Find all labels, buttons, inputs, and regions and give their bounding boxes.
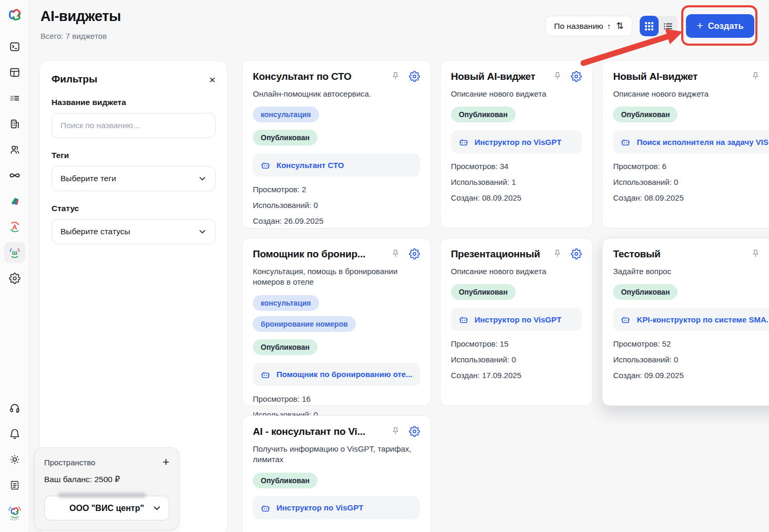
card-stats: Просмотров: 52Использований: 0Создан: 09…	[613, 339, 769, 380]
page-title: AI-виджеты	[40, 8, 121, 25]
status-badge: Опубликован	[253, 130, 317, 145]
grid-view-button[interactable]	[640, 16, 659, 36]
sidebar-item-users[interactable]	[4, 139, 25, 160]
card-stat: Использований: 0	[253, 201, 420, 210]
assistant-link[interactable]: Помощник по бронированию оте...	[253, 363, 420, 386]
card-title: Помощник по бронир...	[253, 248, 382, 260]
sidebar-item-settings[interactable]	[4, 268, 25, 289]
tags-select[interactable]: Выберите теги	[52, 166, 216, 191]
balance-text: Ваш баланс: 2500 ₽	[44, 475, 169, 484]
pin-icon	[552, 248, 562, 258]
card-settings-button[interactable]	[571, 248, 582, 259]
blurred-account-email	[58, 493, 146, 498]
assistant-link[interactable]: Инструктор по VisGPT	[253, 496, 420, 519]
pin-button[interactable]	[751, 248, 761, 258]
sidebar-item-support[interactable]	[4, 398, 25, 419]
assistant-link[interactable]: KPI-конструктор по системе SMA...	[613, 308, 769, 331]
sidebar-item-knowledge[interactable]	[4, 191, 25, 212]
status-select-value: Выберите статусы	[60, 227, 130, 236]
card-settings-button[interactable]	[409, 71, 420, 82]
widget-card[interactable]: Презентационный Описание нового виджета …	[440, 238, 593, 406]
sidebar-item-notifications[interactable]	[4, 423, 25, 444]
pin-button[interactable]	[391, 426, 401, 436]
card-description: Описание нового виджета	[451, 89, 582, 99]
card-stats: Просмотров: 15Использований: 0Создан: 17…	[451, 339, 582, 380]
card-stat: Использований: 0	[613, 355, 769, 364]
pin-button[interactable]	[391, 248, 401, 258]
sort-button[interactable]: По названию ↑ ⇅	[545, 16, 632, 36]
assistant-link[interactable]: Консультант СТО	[253, 153, 420, 176]
sidebar-item-integrations[interactable]	[4, 165, 25, 186]
sidebar-item-company[interactable]	[4, 113, 25, 134]
pin-button[interactable]	[552, 71, 562, 81]
card-stat: Просмотров: 34	[451, 162, 582, 171]
sidebar-item-docs[interactable]	[4, 475, 25, 496]
status-badge: Опубликован	[253, 339, 317, 355]
add-space-button[interactable]: +	[162, 456, 169, 468]
pin-button[interactable]	[751, 71, 761, 81]
list-view-button[interactable]	[659, 16, 678, 36]
assistant-link-label: Инструктор по VisGPT	[475, 138, 561, 147]
assistant-link-label: Инструктор по VisGPT	[276, 503, 363, 512]
card-stat: Просмотров: 6	[613, 162, 769, 171]
filters-close-icon[interactable]: ×	[209, 74, 216, 85]
headphones-icon	[9, 402, 20, 414]
robot-icon	[260, 160, 271, 170]
sidebar-item-list[interactable]	[4, 88, 25, 109]
infinity-icon	[8, 169, 21, 182]
letter-w-icon: ш	[8, 246, 21, 259]
assistant-link[interactable]: Поиск исполнителя на задачу VIS	[613, 130, 769, 153]
svg-text:A: A	[12, 223, 17, 231]
pin-icon	[391, 426, 401, 436]
dashboard-icon	[9, 67, 20, 78]
widget-card[interactable]: Новый AI-виджет Описание нового виджета …	[602, 60, 769, 228]
status-select[interactable]: Выберите статусы	[52, 219, 216, 244]
sidebar-item-visgpt-badge[interactable]: VisGPT	[4, 500, 25, 526]
widget-card[interactable]: Новый AI-виджет Описание нового виджета …	[440, 60, 593, 228]
sidebar-item-dashboard[interactable]	[4, 62, 25, 83]
gear-icon	[409, 248, 420, 259]
gear-icon	[409, 71, 420, 82]
pin-button[interactable]	[391, 71, 401, 81]
tag-pill: бронирование номеров	[253, 316, 356, 332]
card-stats: Просмотров: 6Использований: 0Создан: 08.…	[613, 162, 769, 202]
status-label: Статус	[52, 204, 216, 213]
card-settings-button[interactable]	[409, 426, 420, 437]
card-description: Консультация, помощь в бронировании номе…	[253, 266, 420, 288]
card-stat: Просмотров: 52	[613, 339, 769, 348]
card-stats: Просмотров: 2Использований: 0Создан: 26.…	[253, 185, 420, 225]
visgpt-logo-icon[interactable]	[6, 6, 24, 24]
card-settings-button[interactable]	[409, 248, 420, 259]
card-title: Презентационный	[451, 248, 545, 260]
create-button[interactable]: + Создать	[686, 14, 754, 38]
sidebar-item-assistant-a[interactable]: A	[4, 216, 25, 237]
knowledge-books-icon	[9, 195, 20, 207]
company-select[interactable]: ООО "ВИС центр"	[44, 496, 169, 520]
letter-a-icon: A	[8, 221, 21, 233]
gear-icon	[571, 248, 582, 259]
card-settings-button[interactable]	[571, 71, 582, 82]
widget-card[interactable]: AI - консультант по Vi... Получить инфор…	[242, 415, 431, 532]
pin-icon	[751, 71, 761, 81]
sidebar-item-widgets[interactable]: ш	[4, 242, 25, 263]
space-panel: Пространство + Ваш баланс: 2500 ₽ ООО "В…	[34, 447, 179, 530]
chevron-down-icon	[198, 174, 207, 183]
card-description: Задайте вопрос	[613, 266, 769, 277]
widget-card[interactable]: Помощник по бронир... Консультация, помо…	[242, 238, 431, 406]
sidebar-item-terminal[interactable]	[4, 36, 25, 57]
card-stat: Использований: 0	[451, 355, 582, 364]
sidebar: A ш	[0, 0, 29, 532]
widget-name-input[interactable]	[52, 113, 216, 138]
card-tags: консультация	[253, 107, 420, 122]
widget-card[interactable]: Консультант по СТО Онлайн-помощник автос…	[242, 60, 431, 228]
card-title: Консультант по СТО	[253, 71, 382, 82]
sidebar-item-theme[interactable]	[4, 449, 25, 470]
assistant-link[interactable]: Инструктор по VisGPT	[451, 308, 582, 331]
widget-card[interactable]: Тестовый Задайте вопрос Опубликован	[602, 238, 769, 406]
receipt-icon	[9, 479, 20, 491]
space-title: Пространство	[44, 458, 95, 467]
assistant-link[interactable]: Инструктор по VisGPT	[451, 130, 582, 153]
pin-button[interactable]	[552, 248, 562, 258]
users-icon	[9, 144, 20, 155]
svg-text:ш: ш	[12, 249, 17, 256]
